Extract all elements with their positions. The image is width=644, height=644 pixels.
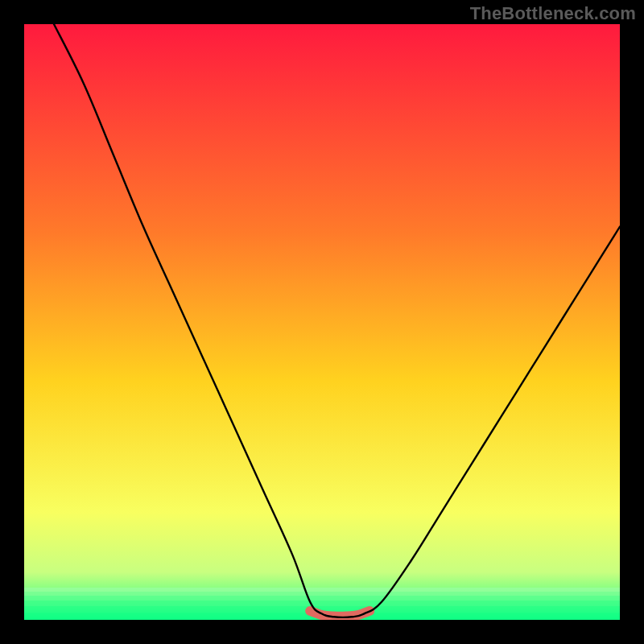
svg-rect-0 [24, 588, 620, 592]
gradient-background [24, 24, 620, 620]
chart-frame: TheBottleneck.com [0, 0, 644, 644]
svg-rect-1 [24, 592, 620, 596]
svg-rect-3 [24, 601, 620, 606]
chart-svg [24, 24, 620, 620]
watermark-text: TheBottleneck.com [470, 3, 636, 24]
svg-rect-2 [24, 596, 620, 601]
